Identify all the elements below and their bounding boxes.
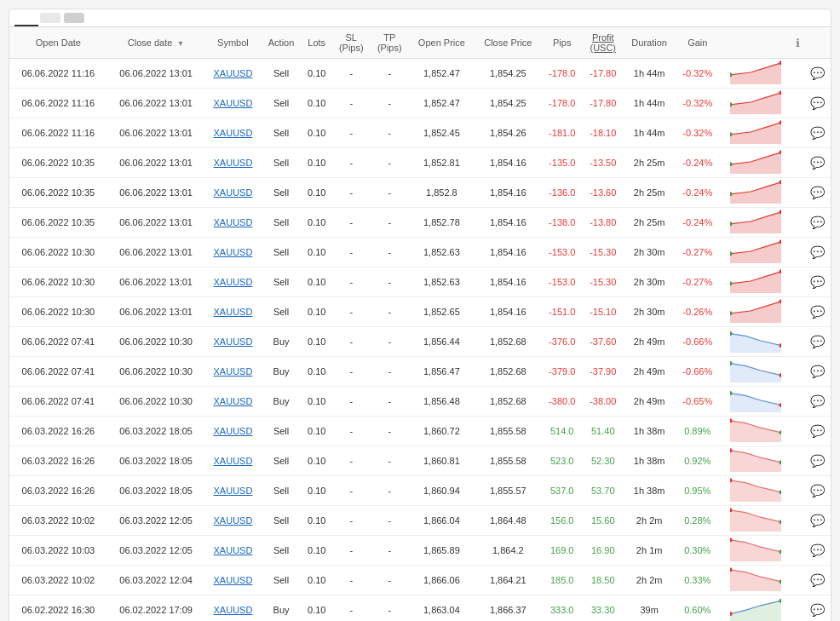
cell-lots: 0.10 (302, 148, 332, 178)
cell-comment[interactable]: 💬 (804, 238, 831, 267)
comment-icon[interactable]: 💬 (810, 484, 825, 497)
comment-icon[interactable]: 💬 (810, 275, 825, 289)
more-menu-icon[interactable] (808, 13, 826, 23)
cell-action: Sell (261, 536, 301, 566)
cell-profit: -15.10 (583, 297, 624, 327)
cell-sl: - (332, 357, 371, 387)
cell-symbol[interactable]: XAUUSD (204, 506, 261, 536)
cell-comment[interactable]: 💬 (804, 506, 831, 536)
cell-chart (720, 118, 791, 148)
cell-comment[interactable]: 💬 (804, 446, 831, 476)
cell-symbol[interactable]: XAUUSD (204, 476, 261, 506)
cell-symbol[interactable]: XAUUSD (204, 267, 261, 297)
cell-lots: 0.10 (302, 387, 332, 417)
cell-comment[interactable]: 💬 (804, 267, 831, 297)
comment-icon[interactable]: 💬 (810, 156, 825, 170)
cell-lots: 0.10 (302, 59, 332, 89)
comment-icon[interactable]: 💬 (810, 424, 825, 438)
cell-profit: 16.90 (583, 536, 624, 566)
cell-comment[interactable]: 💬 (804, 417, 831, 446)
cell-comment[interactable]: 💬 (804, 536, 831, 566)
tab-open-orders[interactable] (64, 13, 84, 23)
comment-icon[interactable]: 💬 (810, 454, 825, 468)
cell-symbol[interactable]: XAUUSD (204, 297, 261, 327)
cell-gain: -0.26% (676, 297, 721, 327)
comment-icon[interactable]: 💬 (810, 335, 825, 348)
cell-symbol[interactable]: XAUUSD (204, 417, 261, 446)
comment-icon[interactable]: 💬 (810, 365, 825, 378)
comment-icon[interactable]: 💬 (810, 96, 825, 110)
cell-symbol[interactable]: XAUUSD (204, 536, 261, 566)
comment-icon[interactable]: 💬 (810, 186, 825, 199)
comment-icon[interactable]: 💬 (810, 305, 825, 319)
cell-gain: -0.24% (676, 148, 721, 178)
cell-comment[interactable]: 💬 (804, 566, 831, 595)
cell-tp: - (371, 387, 409, 417)
cell-comment[interactable]: 💬 (804, 118, 831, 148)
cell-info (791, 357, 804, 387)
cell-close-price: 1,855.57 (475, 476, 542, 506)
comment-icon[interactable]: 💬 (810, 126, 825, 140)
col-symbol: Symbol (204, 27, 261, 59)
tab-exposure[interactable] (110, 11, 134, 26)
cell-open-price: 1,852.45 (409, 118, 475, 148)
cell-symbol[interactable]: XAUUSD (204, 59, 261, 89)
cell-symbol[interactable]: XAUUSD (204, 89, 261, 118)
comment-icon[interactable]: 💬 (810, 543, 825, 557)
tab-trading-activity[interactable] (14, 11, 38, 26)
cell-chart (720, 506, 791, 536)
cell-sl: - (332, 238, 371, 267)
cell-comment[interactable]: 💬 (804, 357, 831, 387)
cell-chart (720, 536, 791, 566)
cell-comment[interactable]: 💬 (804, 178, 831, 208)
cell-gain: -0.27% (676, 267, 721, 297)
cell-close-price: 1,864.21 (475, 566, 542, 595)
comment-icon[interactable]: 💬 (810, 514, 825, 527)
cell-comment[interactable]: 💬 (804, 89, 831, 118)
tab-history[interactable] (86, 11, 110, 26)
cell-lots: 0.10 (302, 476, 332, 506)
col-close-date[interactable]: Close date ▼ (107, 27, 205, 59)
cell-profit: -38.00 (583, 387, 624, 417)
comment-icon[interactable]: 💬 (810, 394, 825, 408)
cell-comment[interactable]: 💬 (804, 208, 831, 238)
cell-open-date: 06.06.2022 10:30 (9, 297, 107, 327)
svg-marker-54 (730, 601, 781, 621)
cell-symbol[interactable]: XAUUSD (204, 357, 261, 387)
cell-symbol[interactable]: XAUUSD (204, 566, 261, 595)
cell-comment[interactable]: 💬 (804, 59, 831, 89)
cell-comment[interactable]: 💬 (804, 148, 831, 178)
cell-duration: 1h 38m (624, 446, 676, 476)
cell-symbol[interactable]: XAUUSD (204, 595, 261, 622)
cell-duration: 1h 44m (624, 89, 676, 118)
cell-close-price: 1,854.16 (475, 178, 542, 208)
comment-icon[interactable]: 💬 (810, 573, 825, 587)
cell-symbol[interactable]: XAUUSD (204, 208, 261, 238)
cell-symbol[interactable]: XAUUSD (204, 238, 261, 267)
cell-symbol[interactable]: XAUUSD (204, 446, 261, 476)
cell-info (791, 327, 804, 357)
comment-icon[interactable]: 💬 (810, 603, 825, 617)
cell-comment[interactable]: 💬 (804, 476, 831, 506)
cell-symbol[interactable]: XAUUSD (204, 387, 261, 417)
comment-icon[interactable]: 💬 (810, 216, 825, 229)
cell-comment[interactable]: 💬 (804, 595, 831, 622)
cell-duration: 2h 49m (624, 357, 676, 387)
table-row: 06.06.2022 10:35 06.06.2022 13:01 XAUUSD… (9, 178, 831, 208)
cell-symbol[interactable]: XAUUSD (204, 118, 261, 148)
cell-symbol[interactable]: XAUUSD (204, 148, 261, 178)
cell-comment[interactable]: 💬 (804, 297, 831, 327)
table-row: 06.06.2022 10:30 06.06.2022 13:01 XAUUSD… (9, 297, 831, 327)
cell-symbol[interactable]: XAUUSD (204, 178, 261, 208)
comment-icon[interactable]: 💬 (810, 66, 825, 80)
cell-close-price: 1,855.58 (475, 417, 542, 446)
comment-icon[interactable]: 💬 (810, 245, 825, 259)
cell-open-price: 1,856.44 (409, 327, 475, 357)
cell-symbol[interactable]: XAUUSD (204, 327, 261, 357)
cell-tp: - (371, 327, 409, 357)
tab-open-trades[interactable] (40, 13, 60, 23)
cell-comment[interactable]: 💬 (804, 387, 831, 417)
cell-comment[interactable]: 💬 (804, 327, 831, 357)
cell-duration: 1h 38m (624, 417, 676, 446)
cell-open-date: 06.06.2022 11:16 (9, 89, 107, 118)
